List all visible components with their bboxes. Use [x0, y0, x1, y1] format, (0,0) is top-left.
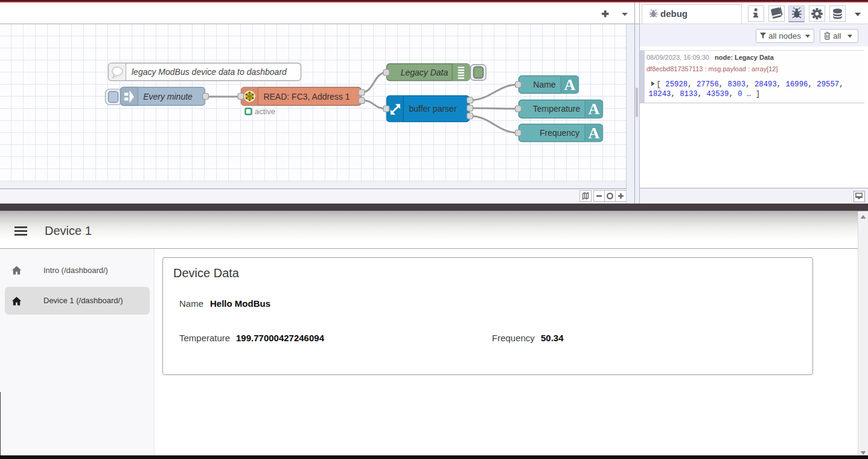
svg-text:Temperature: Temperature	[533, 104, 581, 114]
svg-text:Legacy Data: Legacy Data	[401, 68, 448, 77]
svg-text:Frequency: Frequency	[540, 128, 579, 138]
svg-text:A: A	[589, 100, 600, 118]
svg-text:buffer parser: buffer parser	[409, 104, 456, 114]
svg-text:A: A	[589, 124, 600, 142]
svg-text:READ: FC3, Address 1: READ: FC3, Address 1	[263, 92, 349, 101]
svg-text:legacy ModBus device data to d: legacy ModBus device data to dashboard	[132, 67, 287, 77]
svg-text:Every minute: Every minute	[143, 92, 193, 101]
svg-text:A: A	[564, 76, 576, 94]
svg-text:Name: Name	[533, 80, 556, 89]
svg-text:active: active	[255, 107, 275, 116]
